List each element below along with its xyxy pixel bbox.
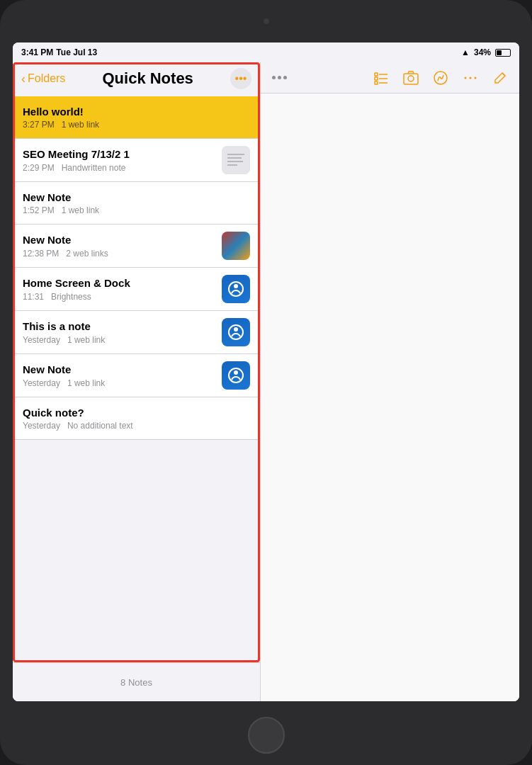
- notes-footer: 8 Notes: [13, 662, 260, 701]
- note-meta: 2:29 PM Handwritten note: [23, 163, 215, 173]
- detail-body: [261, 94, 519, 701]
- camera-icon[interactable]: [403, 70, 419, 86]
- toolbar-left: [272, 76, 287, 79]
- note-meta: 1:52 PM 1 web link: [23, 205, 250, 215]
- note-title: Quick note?: [23, 406, 250, 420]
- list-item[interactable]: This is a note Yesterday 1 web link: [13, 311, 260, 354]
- toolbar-dots-button[interactable]: [272, 76, 287, 79]
- thumbnail-image: [222, 361, 250, 390]
- note-meta: 12:38 PM 2 web links: [23, 249, 215, 259]
- back-chevron-icon: ‹: [21, 72, 26, 86]
- list-item[interactable]: SEO Meeting 7/13/2 1 2:29 PM Handwritten…: [13, 139, 260, 182]
- camera-dot: [264, 18, 269, 24]
- note-title: This is a note: [23, 319, 215, 334]
- home-button[interactable]: [248, 717, 285, 754]
- note-title: New Note: [23, 363, 215, 377]
- notes-nav: ‹ Folders Quick Notes •••: [21, 68, 251, 89]
- thumbnail-image: [222, 318, 250, 346]
- time-display: 3:41 PM: [21, 47, 53, 57]
- svg-rect-15: [375, 81, 378, 84]
- more-icon: •••: [235, 72, 247, 85]
- notes-header: ‹ Folders Quick Notes •••: [13, 62, 260, 96]
- note-title: Hello world!: [23, 105, 250, 119]
- svg-rect-13: [375, 77, 378, 80]
- notes-list: Hello world! 3:27 PM 1 web link SEO Meet…: [13, 96, 260, 662]
- wifi-icon: ▲: [461, 47, 470, 57]
- note-thumbnail: [222, 232, 250, 260]
- note-meta: 11:31 Brightness: [23, 292, 215, 302]
- list-item[interactable]: Hello world! 3:27 PM 1 web link: [13, 96, 260, 139]
- svg-point-22: [475, 76, 477, 79]
- ipad-screen: 3:41 PM Tue Jul 13 ▲ 34% ‹: [13, 42, 519, 701]
- svg-point-8: [234, 327, 238, 332]
- note-title: SEO Meeting 7/13/2 1: [23, 147, 215, 162]
- note-content: Home Screen & Dock 11:31 Brightness: [23, 276, 215, 302]
- note-meta: Yesterday No additional text: [23, 421, 250, 431]
- list-item[interactable]: New Note Yesterday 1 web link: [13, 354, 260, 397]
- note-content: New Note Yesterday 1 web link: [23, 363, 215, 388]
- more-options-icon[interactable]: [463, 70, 478, 86]
- panel-title: Quick Notes: [102, 69, 193, 88]
- note-content: New Note 12:38 PM 2 web links: [23, 233, 215, 259]
- notes-panel: ‹ Folders Quick Notes ••• Hello: [13, 62, 261, 701]
- thumbnail-image: [222, 146, 250, 174]
- svg-point-18: [408, 76, 414, 81]
- svg-rect-0: [222, 146, 250, 174]
- notes-count: 8 Notes: [120, 677, 152, 688]
- list-item[interactable]: New Note 1:52 PM 1 web link: [13, 182, 260, 225]
- list-item[interactable]: New Note 12:38 PM 2 web links: [13, 225, 260, 268]
- svg-line-23: [502, 73, 505, 76]
- note-content: Hello world! 3:27 PM 1 web link: [23, 105, 250, 130]
- note-content: New Note 1:52 PM 1 web link: [23, 191, 250, 216]
- svg-point-20: [465, 76, 467, 79]
- note-content: Quick note? Yesterday No additional text: [23, 406, 250, 431]
- thumbnail-image: [222, 232, 250, 260]
- status-left: 3:41 PM Tue Jul 13: [21, 47, 97, 57]
- svg-point-10: [234, 370, 238, 375]
- list-item[interactable]: Quick note? Yesterday No additional text: [13, 397, 260, 440]
- note-title: Home Screen & Dock: [23, 276, 215, 290]
- battery-icon: [495, 49, 511, 57]
- note-content: SEO Meeting 7/13/2 1 2:29 PM Handwritten…: [23, 147, 215, 173]
- ipad-frame: 3:41 PM Tue Jul 13 ▲ 34% ‹: [0, 0, 532, 765]
- note-title: New Note: [23, 233, 215, 247]
- checklist-icon[interactable]: [373, 70, 389, 86]
- status-right: ▲ 34%: [461, 47, 511, 57]
- note-content: This is a note Yesterday 1 web link: [23, 319, 215, 345]
- thumbnail-image: [222, 275, 250, 303]
- main-area: ‹ Folders Quick Notes ••• Hello: [13, 62, 519, 701]
- back-button[interactable]: ‹ Folders: [21, 72, 65, 86]
- svg-rect-11: [375, 73, 378, 76]
- note-thumbnail: [222, 146, 250, 174]
- svg-point-21: [470, 76, 472, 79]
- note-meta: Yesterday 1 web link: [23, 378, 215, 388]
- detail-toolbar: [261, 62, 519, 94]
- status-bar: 3:41 PM Tue Jul 13 ▲ 34%: [13, 42, 519, 62]
- note-meta: Yesterday 1 web link: [23, 335, 215, 345]
- compose-icon[interactable]: [492, 70, 508, 86]
- date-display: Tue Jul 13: [56, 47, 97, 57]
- note-detail-panel: [261, 62, 519, 701]
- note-meta: 3:27 PM 1 web link: [23, 120, 250, 130]
- toolbar-right: [373, 70, 508, 86]
- note-thumbnail: [222, 361, 250, 390]
- svg-point-6: [234, 284, 238, 288]
- more-button[interactable]: •••: [230, 68, 251, 89]
- markup-icon[interactable]: [433, 70, 448, 86]
- note-thumbnail: [222, 275, 250, 303]
- list-item[interactable]: Home Screen & Dock 11:31 Brightness: [13, 268, 260, 311]
- back-label: Folders: [28, 72, 65, 85]
- note-thumbnail: [222, 318, 250, 346]
- note-title: New Note: [23, 191, 250, 205]
- battery-percent: 34%: [474, 47, 491, 57]
